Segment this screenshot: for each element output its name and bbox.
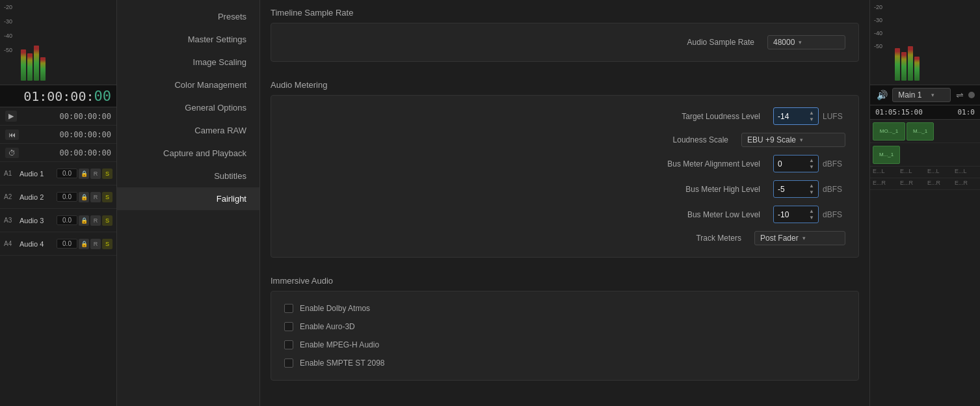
- audio-track-1: A1 Audio 1 0.0 🔒 R S: [0, 162, 116, 185]
- bus-meter-alignment-spinbox[interactable]: 0 ▲ ▼: [773, 155, 819, 172]
- target-loudness-label: Target Loudness Level: [284, 112, 767, 121]
- track-r-1[interactable]: R: [90, 169, 101, 179]
- meter-bars: [21, 3, 46, 81]
- settings-nav: Presets Master Settings Image Scaling Co…: [117, 0, 260, 406]
- audio-sample-rate-dropdown[interactable]: 48000 ▾: [767, 35, 845, 49]
- left-panel: -20 -30 -40 -50 01:00:00:00 ▶ 00:00:00:0…: [0, 0, 117, 406]
- transport-tc-3: 00:00:00:00: [60, 148, 111, 157]
- spinbox-arrows-high: ▲ ▼: [809, 183, 814, 195]
- clip-er-2: E...R: [900, 180, 926, 188]
- nav-item-general-options[interactable]: General Options: [117, 96, 259, 119]
- track-s-2[interactable]: S: [102, 192, 113, 202]
- track-num-2: A2: [4, 193, 17, 200]
- mpeg-h-row: Enable MPEG-H Audio: [271, 336, 858, 354]
- dolby-atmos-label: Enable Dolby Atmos: [300, 304, 370, 313]
- transport-tc-2: 00:00:00:00: [60, 130, 111, 139]
- track-r-3[interactable]: R: [90, 215, 101, 226]
- bus-meter-alignment-label: Bus Meter Alignment Level: [284, 159, 767, 169]
- track-controls-2: 0.0 🔒 R S: [57, 192, 113, 202]
- track-s-3[interactable]: S: [102, 215, 113, 226]
- clip-er-1: E...R: [873, 180, 899, 188]
- right-timecode-row: 01:05:15:00 01:0: [870, 105, 980, 120]
- track-name-1: Audio 1: [20, 170, 54, 178]
- clip-label-row-el: E...L E...L E...L E...L: [870, 167, 980, 178]
- meter-bar-1: [21, 49, 26, 81]
- track-name-4: Audio 4: [20, 240, 54, 248]
- track-mute-4[interactable]: 🔒: [79, 239, 89, 249]
- immersive-audio-header: Immersive Audio: [260, 268, 869, 291]
- loudness-scale-value: EBU +9 Scale: [747, 135, 796, 144]
- smpte-checkbox[interactable]: [284, 359, 293, 368]
- nav-item-camera-raw[interactable]: Camera RAW: [117, 119, 259, 142]
- track-s-1[interactable]: S: [102, 169, 113, 179]
- auro-3d-checkbox[interactable]: [284, 322, 293, 331]
- play-button[interactable]: ▶: [5, 111, 17, 122]
- spinbox-down-icon: ▼: [809, 164, 814, 170]
- track-r-2[interactable]: R: [90, 192, 101, 202]
- clip-el-2: E...L: [900, 168, 926, 176]
- track-name-2: Audio 2: [20, 193, 54, 201]
- clip-mo-1: MO..._1: [873, 122, 905, 141]
- rewind-button[interactable]: ⏮: [5, 129, 19, 140]
- audio-track-4: A4 Audio 4 0.0 🔒 R S: [0, 232, 116, 256]
- nav-item-color-management[interactable]: Color Management: [117, 74, 259, 96]
- transport-row-1: ▶ 00:00:00:00: [0, 107, 116, 126]
- track-meters-control: Post Fader ▾: [754, 231, 845, 245]
- audio-sample-rate-control: 48000 ▾: [767, 35, 845, 49]
- dolby-atmos-checkbox[interactable]: [284, 304, 293, 313]
- audio-sample-rate-value: 48000: [773, 38, 795, 47]
- bus-meter-high-spinbox[interactable]: -5 ▲ ▼: [773, 180, 819, 198]
- meter-bar-4: [40, 57, 46, 81]
- track-mute-1[interactable]: 🔒: [79, 169, 89, 179]
- meter-bar-3: [34, 46, 39, 81]
- nav-item-master-settings[interactable]: Master Settings: [117, 28, 259, 51]
- volume-icon[interactable]: 🔊: [875, 88, 889, 102]
- right-track-row-2: M..._1: [870, 143, 980, 167]
- track-r-4[interactable]: R: [90, 239, 101, 249]
- track-mute-2[interactable]: 🔒: [79, 192, 89, 202]
- right-meter-label-30: -30: [874, 17, 894, 23]
- nav-item-image-scaling[interactable]: Image Scaling: [117, 51, 259, 74]
- meter-bar-2: [27, 53, 33, 81]
- target-loudness-row: Target Loudness Level -14 ▲ ▼ LUFS: [271, 103, 858, 129]
- clip-label-row-er: E...R E...R E...R E...R: [870, 178, 980, 190]
- track-vol-4: 0.0: [57, 239, 77, 249]
- timeline-sample-rate-box: Audio Sample Rate 48000 ▾: [271, 23, 859, 62]
- track-meters-row: Track Meters Post Fader ▾: [271, 227, 858, 249]
- right-meter-bar-2: [901, 52, 907, 81]
- bus-meter-low-spinbox[interactable]: -10 ▲ ▼: [773, 206, 819, 223]
- clock-button[interactable]: ⏱: [5, 148, 19, 158]
- track-meters-value: Post Fader: [760, 234, 799, 243]
- expand-icon[interactable]: ⇌: [955, 88, 965, 102]
- clip-el-4: E...L: [955, 168, 980, 176]
- target-loudness-spinbox[interactable]: -14 ▲ ▼: [773, 107, 819, 125]
- right-meter-label-20: -20: [874, 4, 894, 10]
- bus-meter-low-label: Bus Meter Low Level: [284, 210, 767, 219]
- output-dropdown[interactable]: Main 1 ▾: [892, 88, 951, 102]
- bus-meter-high-row: Bus Meter High Level -5 ▲ ▼ dBFS: [271, 176, 858, 202]
- nav-item-subtitles[interactable]: Subtitles: [117, 165, 259, 187]
- audio-sample-rate-label: Audio Sample Rate: [284, 38, 761, 47]
- track-vol-3: 0.0: [57, 215, 77, 225]
- track-name-3: Audio 3: [20, 217, 54, 224]
- mpeg-h-checkbox[interactable]: [284, 340, 293, 349]
- spinbox-down-icon: ▼: [809, 215, 814, 221]
- nav-item-fairlight[interactable]: Fairlight: [117, 187, 259, 210]
- track-controls-3: 0.0 🔒 R S: [57, 215, 113, 226]
- timecode-value: 01:00:00:: [23, 88, 94, 104]
- track-s-4[interactable]: S: [102, 239, 113, 249]
- track-meters-dropdown[interactable]: Post Fader ▾: [754, 231, 845, 245]
- track-mute-3[interactable]: 🔒: [79, 215, 89, 226]
- spinbox-arrows-low: ▲ ▼: [809, 208, 814, 221]
- nav-item-presets[interactable]: Presets: [117, 5, 259, 28]
- loudness-scale-dropdown[interactable]: EBU +9 Scale ▾: [741, 133, 845, 147]
- audio-track-3: A3 Audio 3 0.0 🔒 R S: [0, 209, 116, 232]
- nav-item-capture-playback[interactable]: Capture and Playback: [117, 142, 259, 165]
- right-meter-bar-1: [895, 48, 900, 81]
- right-transport: 🔊 Main 1 ▾ ⇌: [870, 85, 980, 105]
- bus-meter-high-control: -5 ▲ ▼ dBFS: [773, 180, 845, 198]
- meter-label-50: -50: [4, 47, 18, 53]
- audio-metering-box: Target Loudness Level -14 ▲ ▼ LUFS Loudn…: [271, 95, 859, 258]
- clip-el-1: E...L: [873, 168, 899, 176]
- transport-row-2: ⏮ 00:00:00:00: [0, 126, 116, 144]
